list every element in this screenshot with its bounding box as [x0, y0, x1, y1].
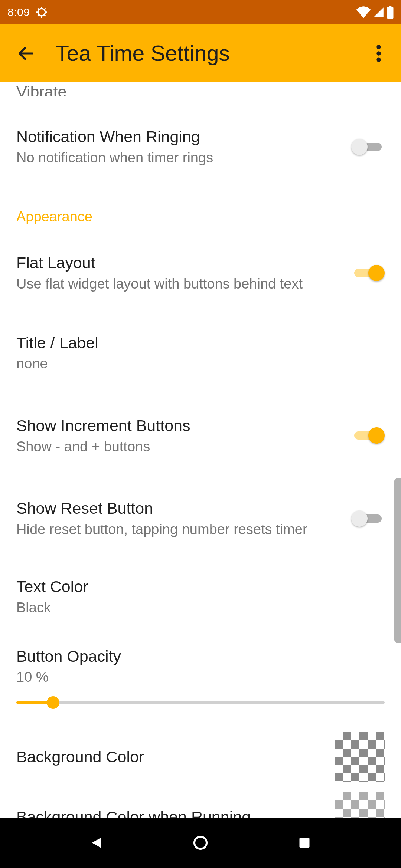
color-swatch-transparent	[335, 732, 385, 782]
setting-title: Background Color	[16, 747, 335, 767]
section-header-appearance: Appearance	[0, 187, 401, 231]
battery-icon	[386, 6, 394, 19]
back-button[interactable]	[7, 35, 45, 72]
setting-text: Title / Label none	[16, 333, 385, 373]
setting-title: Button Opacity	[16, 647, 385, 667]
setting-background-color-running[interactable]: Background Color when Running	[0, 787, 401, 818]
arrow-back-icon	[16, 44, 36, 63]
setting-title: Flat Layout	[16, 253, 351, 273]
svg-point-6	[195, 837, 207, 849]
wifi-icon	[356, 6, 371, 18]
setting-text: Button Opacity 10 %	[16, 647, 385, 686]
status-right	[356, 6, 394, 19]
setting-show-increment-buttons[interactable]: Show Increment Buttons Show - and + butt…	[0, 394, 401, 477]
status-time: 8:09	[7, 6, 30, 19]
slider-thumb[interactable]	[47, 696, 59, 709]
nav-back-icon	[89, 835, 104, 851]
page-title: Tea Time Settings	[56, 41, 364, 66]
setting-notification-when-ringing[interactable]: Notification When Ringing No notificatio…	[0, 96, 401, 187]
status-left: 8:09	[7, 6, 48, 19]
setting-subtitle: Black	[16, 599, 385, 617]
nav-recents-icon	[298, 836, 311, 849]
nav-home-button[interactable]	[186, 828, 215, 858]
opacity-slider[interactable]	[16, 695, 385, 710]
more-vert-icon	[376, 45, 381, 62]
setting-text: Notification When Ringing No notificatio…	[16, 127, 351, 167]
setting-text: Show Reset Button Hide reset button, tap…	[16, 499, 351, 538]
svg-rect-1	[387, 7, 394, 19]
slider-track	[16, 701, 385, 704]
signal-icon	[373, 6, 385, 18]
setting-subtitle: No notification when timer rings	[16, 149, 351, 167]
setting-subtitle: Hide reset button, tapping number resets…	[16, 521, 351, 539]
settings-content[interactable]: Vibrate Notification When Ringing No not…	[0, 82, 401, 818]
setting-title: Show Increment Buttons	[16, 416, 351, 436]
setting-show-reset-button[interactable]: Show Reset Button Hide reset button, tap…	[0, 477, 401, 560]
scroll-indicator[interactable]	[394, 478, 401, 643]
setting-subtitle: none	[16, 355, 385, 373]
setting-title-label[interactable]: Title / Label none	[0, 312, 401, 394]
setting-title: Notification When Ringing	[16, 127, 351, 147]
svg-point-5	[376, 58, 381, 62]
svg-point-4	[376, 51, 381, 56]
setting-text-color[interactable]: Text Color Black	[0, 560, 401, 633]
nav-recents-button[interactable]	[290, 828, 319, 858]
status-bar: 8:09	[0, 0, 401, 24]
setting-text: Flat Layout Use flat widget layout with …	[16, 253, 351, 293]
gear-bug-icon	[35, 6, 48, 19]
setting-vibrate-partial[interactable]: Vibrate	[0, 82, 401, 96]
nav-home-icon	[192, 835, 209, 851]
app-bar: Tea Time Settings	[0, 24, 401, 82]
toggle-reset-button[interactable]	[351, 509, 385, 528]
overflow-menu-button[interactable]	[364, 35, 394, 72]
slider-row-opacity	[0, 686, 401, 723]
svg-rect-7	[300, 838, 310, 848]
setting-text: Text Color Black	[16, 577, 385, 617]
setting-subtitle: Show - and + buttons	[16, 438, 351, 456]
toggle-notification[interactable]	[351, 138, 385, 156]
setting-title: Text Color	[16, 577, 385, 597]
setting-subtitle: 10 %	[16, 668, 385, 686]
setting-title: Show Reset Button	[16, 499, 351, 519]
navigation-bar	[0, 818, 401, 868]
setting-title: Background Color when Running	[16, 807, 335, 818]
setting-flat-layout[interactable]: Flat Layout Use flat widget layout with …	[0, 231, 401, 311]
svg-rect-2	[389, 6, 392, 8]
setting-background-color[interactable]: Background Color	[0, 723, 401, 787]
setting-title: Title / Label	[16, 333, 385, 353]
toggle-flat-layout[interactable]	[351, 264, 385, 282]
svg-point-0	[38, 9, 46, 16]
color-swatch-transparent	[335, 792, 385, 818]
setting-subtitle: Use flat widget layout with buttons behi…	[16, 275, 351, 293]
svg-point-3	[376, 45, 381, 49]
nav-back-button[interactable]	[82, 828, 111, 858]
setting-button-opacity[interactable]: Button Opacity 10 %	[0, 633, 401, 686]
setting-text: Show Increment Buttons Show - and + butt…	[16, 416, 351, 456]
setting-subtitle: Vibrate	[16, 83, 66, 96]
toggle-increment-buttons[interactable]	[351, 426, 385, 445]
